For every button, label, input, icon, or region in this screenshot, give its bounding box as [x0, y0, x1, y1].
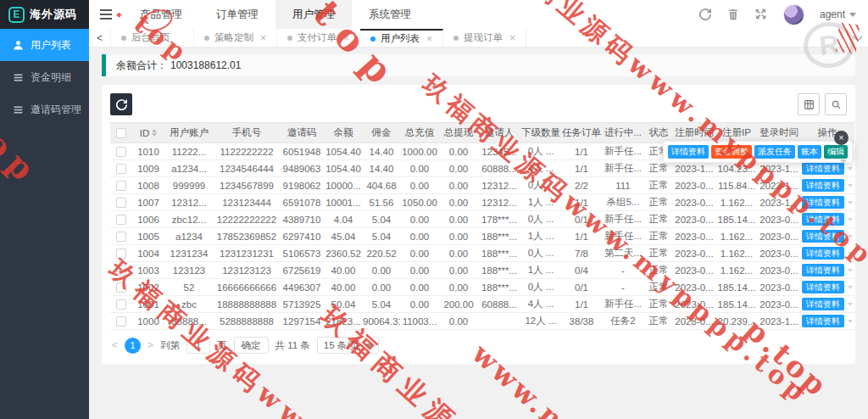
user-avatar[interactable]	[783, 4, 804, 25]
cell: 9198062	[280, 177, 324, 194]
row-checkbox[interactable]	[116, 198, 126, 208]
user-menu[interactable]: agent	[820, 8, 856, 20]
table-row[interactable]: 1005a123417852369852629741045.045.040.00…	[110, 228, 854, 245]
cell: 1231231231	[214, 245, 280, 262]
more-actions-icon[interactable]	[848, 167, 853, 170]
cell: 0.00	[363, 279, 400, 296]
popup-action-button[interactable]: 派发任务	[754, 145, 795, 159]
table-row[interactable]: 10041231234123123123151065732360.52220.5…	[110, 245, 854, 262]
tab[interactable]: 用户列表 ×	[360, 29, 443, 47]
detail-button[interactable]: 详情资料	[802, 281, 844, 293]
table-row[interactable]: 10089999991234567899919806210000...404.6…	[110, 177, 854, 194]
popup-close-icon[interactable]: ×	[834, 131, 849, 145]
cell: 1122222222	[214, 143, 280, 160]
topnav-item[interactable]: 订单管理	[199, 0, 275, 29]
cell: 123123444	[214, 194, 280, 211]
row-checkbox[interactable]	[116, 299, 126, 310]
column-header-1[interactable]: ID	[132, 123, 164, 143]
row-checkbox[interactable]	[116, 232, 126, 242]
table-row[interactable]: 100088888...5288888888129715421823...900…	[110, 313, 854, 330]
trash-icon[interactable]	[727, 8, 740, 21]
topnav-item[interactable]: 用户管理	[275, 0, 352, 29]
more-actions-icon[interactable]	[848, 218, 853, 221]
detail-button[interactable]: 详情资料	[802, 179, 844, 192]
refresh-table-button[interactable]	[110, 93, 132, 115]
column-header-11: 任务订单	[561, 123, 602, 143]
row-checkbox[interactable]	[116, 316, 126, 327]
page-size-select[interactable]: 15 条/页	[317, 337, 379, 354]
column-header-16: 登录时间	[758, 123, 800, 143]
next-page-button[interactable]: >	[147, 339, 153, 351]
row-checkbox[interactable]	[116, 282, 126, 293]
detail-button[interactable]: 详情资料	[802, 196, 844, 209]
goto-confirm-button[interactable]: 确定	[234, 337, 269, 354]
more-actions-icon[interactable]	[848, 235, 853, 238]
row-checkbox[interactable]	[116, 181, 126, 191]
cell: 1234546444	[214, 160, 280, 177]
more-actions-icon[interactable]	[848, 269, 853, 272]
sort-icon[interactable]	[152, 129, 157, 137]
detail-button[interactable]: 详情资料	[802, 230, 844, 243]
detail-button[interactable]: 详情资料	[802, 247, 844, 260]
detail-button[interactable]: 详情资料	[802, 162, 844, 175]
fullscreen-icon[interactable]	[755, 8, 768, 21]
tab[interactable]: 策略定制 ×	[194, 29, 277, 47]
prev-page-button[interactable]: <	[112, 339, 118, 351]
table-row[interactable]: 10025216666666666449630740.000.000.000.0…	[110, 279, 854, 296]
cell: 1.162...	[715, 228, 758, 245]
detail-button[interactable]: 详情资料	[802, 315, 844, 327]
goto-page-input[interactable]	[186, 337, 210, 354]
row-checkbox[interactable]	[116, 249, 126, 259]
tab-close-icon[interactable]: ×	[260, 32, 266, 44]
balance-summary: 余额合计： 1003188612.01	[102, 54, 855, 76]
cell: 0.00	[439, 160, 478, 177]
row-checkbox[interactable]	[116, 265, 126, 276]
tabs-menu-chevron-icon[interactable]	[853, 31, 862, 41]
tab-close-icon[interactable]: ×	[426, 33, 432, 45]
table-row[interactable]: 1001zbc18888888888571392550.045.040.0020…	[110, 296, 854, 313]
sidebar-item[interactable]: 用户列表	[0, 29, 89, 61]
popup-edit-button[interactable]: 编辑	[824, 145, 848, 159]
tab-close-icon[interactable]: ×	[509, 32, 515, 44]
more-actions-icon[interactable]	[848, 320, 853, 323]
sidebar-item[interactable]: 资金明细	[0, 61, 89, 93]
topnav-item[interactable]: 系统管理	[352, 0, 428, 29]
sidebar-item[interactable]: 邀请码管理	[0, 93, 89, 126]
tab-close-icon[interactable]: ×	[343, 32, 349, 44]
row-checkbox[interactable]	[116, 215, 126, 225]
tab[interactable]: 提现订单 ×	[443, 29, 526, 47]
more-actions-icon[interactable]	[848, 201, 853, 204]
topnav-item[interactable]: 产品管理	[123, 0, 199, 29]
columns-icon	[804, 99, 815, 110]
row-checkbox[interactable]	[116, 164, 126, 174]
cell: 4389710	[280, 211, 324, 228]
cell: 正常	[644, 245, 673, 262]
more-actions-icon[interactable]	[848, 303, 853, 306]
select-all-checkbox[interactable]	[116, 128, 126, 138]
popup-action-button[interactable]: 详情资料	[668, 145, 709, 159]
tabs-scroll-left-icon[interactable]: <	[89, 29, 111, 47]
current-page-button[interactable]: 1	[125, 338, 141, 354]
more-actions-icon[interactable]	[848, 184, 853, 187]
detail-button[interactable]: 详情资料	[802, 213, 844, 226]
popup-action-button[interactable]: 账本	[798, 145, 821, 159]
search-button[interactable]	[825, 93, 847, 115]
table-row[interactable]: 1006zbc12...1222222222243897104.045.040.…	[110, 211, 854, 228]
more-actions-icon[interactable]	[848, 252, 853, 255]
tab-label: 支付订单	[298, 31, 337, 44]
more-actions-icon[interactable]	[848, 286, 853, 289]
table-row[interactable]: 1003123123123123123672561940.000.000.000…	[110, 262, 854, 279]
table-row[interactable]: 100712312...123123444659107810001...51.5…	[110, 194, 854, 211]
tab[interactable]: 后台首页 ×	[111, 29, 194, 47]
cell: 0人 ...	[520, 245, 561, 262]
row-checkbox[interactable]	[116, 147, 126, 157]
sidebar-toggle-icon[interactable]	[89, 0, 123, 29]
detail-button[interactable]: 详情资料	[802, 298, 844, 310]
cell: 88888...	[164, 313, 214, 330]
detail-button[interactable]: 详情资料	[802, 264, 844, 277]
filter-columns-button[interactable]	[798, 93, 820, 115]
popup-adjust-button[interactable]: 资金调整	[711, 145, 752, 159]
tab[interactable]: 支付订单 ×	[277, 29, 360, 47]
cell: 115.84...	[715, 177, 758, 194]
refresh-icon[interactable]	[699, 8, 712, 21]
